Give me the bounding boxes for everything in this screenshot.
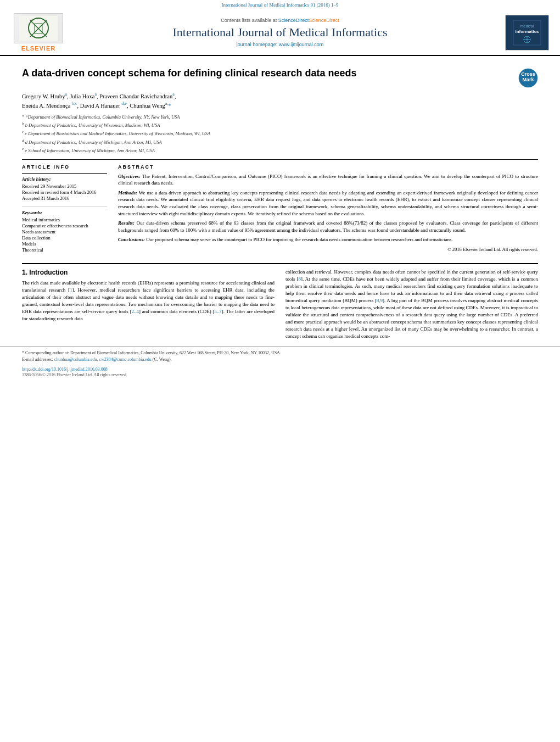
article-divider: [22, 159, 538, 160]
keyword-4: Data collection: [22, 235, 107, 241]
article-info-heading: ARTICLE INFO: [22, 164, 107, 170]
main-divider: [22, 263, 538, 264]
svg-text:informatics: informatics: [515, 29, 539, 34]
paper-title: A data-driven concept schema for definin…: [22, 67, 518, 80]
article-body: ARTICLE INFO Article history: Received 2…: [22, 164, 538, 253]
intro-col-right: collection and retrieval. However, compl…: [285, 269, 538, 343]
journal-logo-image: medical informatics: [505, 15, 549, 51]
footnote-section: * Corresponding author at: Department of…: [0, 346, 560, 365]
received-date: Received 29 November 2015: [22, 183, 107, 189]
journal-title: International Journal of Medical Informa…: [77, 25, 483, 40]
keywords-section: Keywords: Medical informatics Comparativ…: [22, 207, 107, 253]
keyword-2: Comparative effectiveness research: [22, 223, 107, 228]
authors: Gregory W. Hrubya, Julia Hoxaa, Praveen …: [22, 91, 538, 110]
introduction-section: 1. Introduction The rich data made avail…: [0, 269, 560, 343]
sciencedirect-link[interactable]: ScienceDirect: [278, 18, 309, 23]
svg-text:medical: medical: [520, 24, 534, 28]
doi-line[interactable]: http://dx.doi.org/10.1016/j.ijmedinf.201…: [0, 365, 560, 372]
elsevier-brand-text: ELSEVIER: [21, 45, 55, 52]
affiliation-a: a ᵃ Department of Biomedical Informatics…: [22, 113, 538, 121]
elsevier-logo-image: [14, 13, 63, 43]
affiliation-e: e e School of Information, University of…: [22, 146, 538, 154]
journal-ref-text: International Journal of Medical Informa…: [221, 2, 338, 8]
svg-text:Mark: Mark: [522, 77, 534, 82]
footnote-star: * Corresponding author at: Department of…: [22, 350, 538, 356]
abstract-heading: ABSTRACT: [118, 164, 538, 170]
homepage-url[interactable]: www.ijmijournal.com: [279, 42, 324, 47]
footnote-email: E-mail addresses: chunhua@columbia.edu, …: [22, 356, 538, 363]
info-divider: [22, 173, 107, 174]
keyword-5: Models: [22, 241, 107, 247]
keyword-3: Needs assessment: [22, 229, 107, 235]
journal-center: Contents lists available at ScienceDirec…: [66, 18, 494, 47]
paper-container: A data-driven concept schema for definin…: [0, 56, 560, 259]
contents-line: Contents lists available at ScienceDirec…: [77, 18, 483, 23]
intro-text-col1: The rich data made available by electron…: [22, 280, 275, 322]
abstract-objectives: Objectives: The Patient, Intervention, C…: [118, 173, 538, 187]
affiliation-b: b b Department of Pediatrics, University…: [22, 121, 538, 129]
issn-line: 1386-5056/© 2016 Elsevier Ireland Ltd. A…: [0, 372, 560, 378]
intro-text-col2: collection and retrieval. However, compl…: [285, 269, 538, 340]
revised-date: Received in revised form 4 March 2016: [22, 189, 107, 195]
article-history-label: Article history:: [22, 176, 107, 182]
affiliation-c: c c Department of Biostatistics and Medi…: [22, 129, 538, 137]
journal-logo-right: medical informatics: [494, 15, 549, 51]
abstract-results: Results: Our data-driven schema preserve…: [118, 220, 538, 233]
elsevier-logo: ELSEVIER: [11, 13, 66, 52]
intro-heading: 1. Introduction: [22, 269, 275, 276]
sciencedirect-name: ScienceDirect: [309, 18, 339, 23]
keyword-1: Medical informatics: [22, 217, 107, 222]
crossmark-badge: Cross Mark: [518, 68, 538, 88]
keywords-label: Keywords:: [22, 210, 107, 215]
keywords-divider: [22, 207, 107, 207]
paper-title-row: A data-driven concept schema for definin…: [22, 67, 538, 88]
affiliations: a ᵃ Department of Biomedical Informatics…: [22, 113, 538, 155]
svg-text:Cross: Cross: [521, 71, 535, 77]
abstract-conclusions: Conclusions: Our proposed schema may ser…: [118, 236, 538, 243]
journal-header: ELSEVIER Contents lists available at Sci…: [0, 9, 560, 56]
copyright: © 2016 Elsevier Ireland Ltd. All rights …: [118, 247, 538, 252]
journal-reference: International Journal of Medical Informa…: [0, 0, 560, 9]
abstract-section: ABSTRACT Objectives: The Patient, Interv…: [118, 164, 538, 253]
journal-homepage: journal homepage: www.ijmijournal.com: [77, 42, 483, 47]
keyword-6: Theoretical: [22, 247, 107, 253]
affiliation-d: d d Department of Pediatrics, University…: [22, 138, 538, 146]
article-info: ARTICLE INFO Article history: Received 2…: [22, 164, 107, 253]
abstract-methods: Methods: We use a data-driven approach t…: [118, 189, 538, 217]
accepted-date: Accepted 31 March 2016: [22, 196, 107, 201]
intro-col-left: 1. Introduction The rich data made avail…: [22, 269, 275, 343]
